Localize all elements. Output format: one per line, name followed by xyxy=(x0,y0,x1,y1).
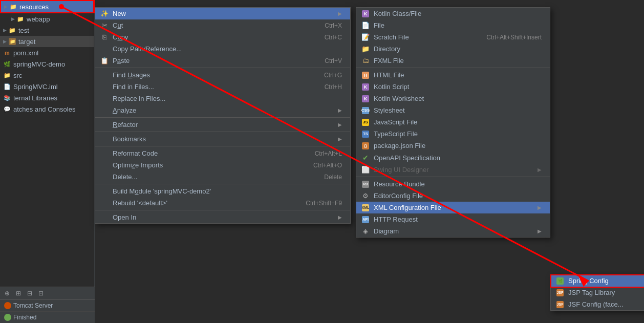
ctx-item-replace[interactable]: Replace in Files... xyxy=(95,93,350,104)
toolbar-btn-2[interactable]: ⊞ xyxy=(14,289,23,297)
ctx-item-http[interactable]: API HTTP Request xyxy=(356,213,550,225)
sidebar-item-ext-libs[interactable]: 📚 ternal Libraries xyxy=(0,92,94,103)
ctx-shortcut-rebuild: Ctrl+Shift+F9 xyxy=(306,200,342,207)
ctx-label-pkg-json: package.json File xyxy=(374,142,542,149)
tomcat-status[interactable]: Tomcat Server xyxy=(0,300,95,312)
ctx-label-editorconfig: EditorConfig File xyxy=(374,192,542,200)
ctx-label-http: HTTP Request xyxy=(374,216,542,223)
toolbar-btn-3[interactable]: ⊟ xyxy=(26,289,34,297)
ctx-item-bookmarks[interactable]: Bookmarks ▶ xyxy=(95,133,350,145)
ctx-item-directory[interactable]: 📁 Directory xyxy=(356,43,550,55)
sidebar-item-resources[interactable]: ▶ 📁 resources xyxy=(0,0,94,13)
ctx-label-jsf: JSF Config (face... xyxy=(568,300,639,308)
ts-icon: TS xyxy=(360,131,371,138)
ctx-item-ts[interactable]: TS TypeScript File xyxy=(356,128,550,140)
ctx-label-kotlin-script: Kotlin Script xyxy=(374,83,542,91)
ctx-separator-3 xyxy=(95,132,350,132)
sidebar-item-target[interactable]: ▶ 📁 target xyxy=(0,36,94,47)
ctx-item-css[interactable]: CSS Stylesheet xyxy=(356,104,550,116)
ctx-item-openapi[interactable]: ✔ OpenAPI Specification xyxy=(356,152,550,164)
ctx-label-directory: Directory xyxy=(374,45,542,53)
pkg-json-icon: {} xyxy=(360,142,371,149)
ctx-item-reformat[interactable]: Reformat Code Ctrl+Alt+L xyxy=(95,147,350,159)
ctx-item-file[interactable]: 📄 File xyxy=(356,19,550,31)
ctx-label-build: Build Module 'springMVC-demo2' xyxy=(113,187,342,195)
ctx-item-cut[interactable]: ✂ Cut Ctrl+X xyxy=(95,19,350,31)
resource-icon: RB xyxy=(360,181,371,188)
dir-icon: 📁 xyxy=(360,45,371,53)
scratch-icon: 📝 xyxy=(360,33,371,41)
ctx-item-kotlin-ws[interactable]: K Kotlin Worksheet xyxy=(356,93,550,104)
ctx-item-diagram[interactable]: ◈ Diagram ▶ xyxy=(356,225,550,237)
editorconfig-icon: ⚙ xyxy=(360,192,371,200)
ctx-item-swing[interactable]: ⬜ Swing UI Designer ▶ xyxy=(356,164,550,176)
ctx-label-reformat: Reformat Code xyxy=(113,149,299,157)
expand-arrow-icon: ▶ xyxy=(4,4,8,9)
ctx-item-editorconfig[interactable]: ⚙ EditorConfig File xyxy=(356,190,550,202)
ctx-label-kotlin-class: Kotlin Class/File xyxy=(374,10,542,17)
toolbar-btn-1[interactable]: ⊕ xyxy=(3,289,11,297)
sidebar-item-springmvc[interactable]: 🌿 springMVC-demo xyxy=(0,58,94,70)
ctx-item-pkg-json[interactable]: {} package.json File xyxy=(356,140,550,152)
ctx-item-scratch[interactable]: 📝 Scratch File Ctrl+Alt+Shift+Insert xyxy=(356,31,550,43)
sidebar-item-test[interactable]: ▶ 📁 test xyxy=(0,25,94,36)
ctx-item-kotlin-script[interactable]: K Kotlin Script xyxy=(356,81,550,93)
ctx-item-find-usages[interactable]: Find Usages Ctrl+G xyxy=(95,69,350,81)
ctx-item-jsf[interactable]: JSF JSF Config (face... xyxy=(551,298,644,310)
html-icon: H xyxy=(360,72,371,79)
ctx-item-spring-config[interactable]: 🌿 Spring Config xyxy=(551,275,644,287)
context-menu-new: K Kotlin Class/File 📄 File 📝 Scratch Fil… xyxy=(356,7,550,238)
sidebar-item-webapp[interactable]: ▶ 📁 webapp xyxy=(0,13,94,25)
ctx-label-swing: Swing UI Designer xyxy=(374,166,533,174)
sidebar-item-label: resources xyxy=(19,3,49,11)
ctx-item-build[interactable]: Build Module 'springMVC-demo2' xyxy=(95,185,350,197)
lib-icon: 📚 xyxy=(3,94,11,102)
ctx-item-optimize[interactable]: Optimize Imports Ctrl+Alt+O xyxy=(95,159,350,171)
ctx-label-find-files: Find in Files... xyxy=(113,83,309,91)
ctx-item-open-in[interactable]: Open In ▶ xyxy=(95,211,350,223)
file-icon: 📄 xyxy=(3,82,11,91)
sidebar-item-src[interactable]: 📁 src xyxy=(0,70,94,81)
toolbar-btn-4[interactable]: ⊡ xyxy=(37,289,45,297)
ctx-label-html: HTML File xyxy=(374,71,542,79)
ctx-item-rebuild[interactable]: Rebuild '<default>' Ctrl+Shift+F9 xyxy=(95,197,350,209)
ctx-label-paste: Paste xyxy=(113,57,309,64)
ctx-item-html[interactable]: H HTML File xyxy=(356,69,550,81)
file-icon: 📄 xyxy=(360,21,371,29)
sidebar-item-springiml[interactable]: 📄 SpringMVC.iml xyxy=(0,81,94,92)
sidebar-item-scratches[interactable]: 💬 atches and Consoles xyxy=(0,103,94,115)
ctx-item-refactor[interactable]: Refactor ▶ xyxy=(95,119,350,131)
refactor-arrow: ▶ xyxy=(338,122,342,127)
ctx-label-copy: Copy xyxy=(113,33,309,41)
ctx-item-xml-config[interactable]: XML XML Configuration File ▶ xyxy=(356,202,550,213)
expand-arrow-icon: ▶ xyxy=(3,39,7,44)
ctx-separator-6 xyxy=(95,210,350,210)
ctx-item-kotlin-class[interactable]: K Kotlin Class/File xyxy=(356,8,550,19)
ctx-shortcut-delete: Delete xyxy=(324,174,342,181)
http-icon: API xyxy=(360,216,371,223)
ctx-shortcut-reformat: Ctrl+Alt+L xyxy=(315,150,342,157)
ctx-item-delete[interactable]: Delete... Delete xyxy=(95,171,350,183)
new-icon: ✨ xyxy=(99,10,110,17)
ctx-item-resource[interactable]: RB Resource Bundle xyxy=(356,178,550,190)
ctx-item-fxml[interactable]: 🗂 FXML File xyxy=(356,55,550,67)
ctx-item-copy-path[interactable]: Copy Path/Reference... xyxy=(95,43,350,55)
ctx-item-new[interactable]: ✨ New ▶ xyxy=(95,8,350,19)
ctx-item-js[interactable]: JS JavaScript File xyxy=(356,116,550,128)
ctx-item-analyze[interactable]: Analyze ▶ xyxy=(95,104,350,116)
ctx-item-jsp-tag[interactable]: JSP JSP Tag Library xyxy=(551,287,644,298)
spring-icon: 🌿 xyxy=(3,60,11,68)
ctx-label-delete: Delete... xyxy=(113,173,309,181)
ctx-separator-5 xyxy=(95,184,350,184)
ctx-item-paste[interactable]: 📋 Paste Ctrl+V xyxy=(95,55,350,67)
sidebar-item-pom[interactable]: m pom.xml xyxy=(0,47,94,58)
jsf-icon: JSF xyxy=(555,301,565,308)
ctx-separator-1 xyxy=(95,68,350,68)
ctx-shortcut-scratch: Ctrl+Alt+Shift+Insert xyxy=(486,34,542,41)
ctx-label-optimize: Optimize Imports xyxy=(113,161,298,169)
swing-arrow: ▶ xyxy=(538,167,542,173)
ctx-item-find-files[interactable]: Find in Files... Ctrl+H xyxy=(95,81,350,93)
openapi-icon: ✔ xyxy=(360,154,371,162)
ctx-item-copy[interactable]: ⎘ Copy Ctrl+C xyxy=(95,31,350,43)
sidebar-item-label: webapp xyxy=(27,15,50,23)
